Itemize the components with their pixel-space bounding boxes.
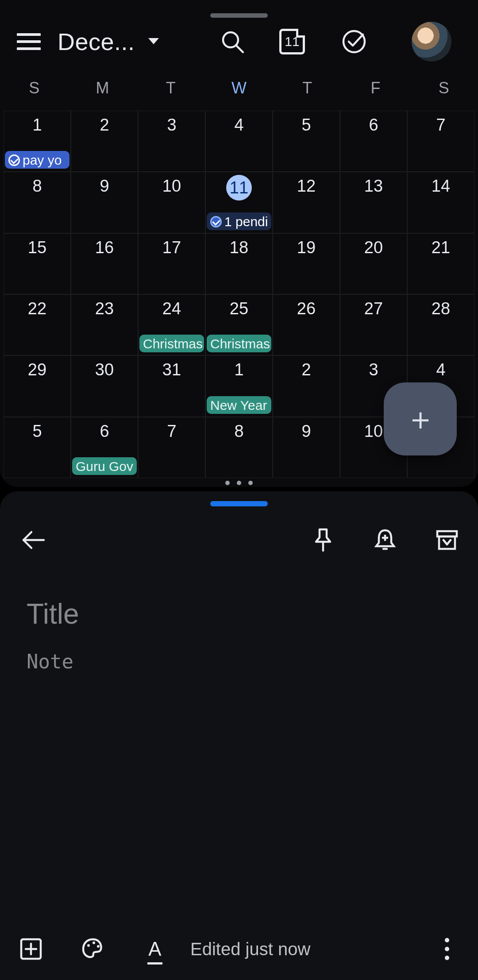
day-number: 13 bbox=[364, 177, 383, 196]
day-cell[interactable]: 9 bbox=[273, 417, 340, 478]
calendar-today-icon: 11 bbox=[279, 29, 305, 54]
palette-button[interactable] bbox=[62, 937, 124, 961]
hamburger-icon bbox=[17, 33, 41, 50]
event-chip[interactable]: New Year bbox=[207, 396, 271, 414]
day-cell[interactable]: 30 bbox=[71, 355, 138, 417]
day-cell[interactable]: 13 bbox=[340, 172, 407, 233]
day-number: 29 bbox=[28, 360, 46, 379]
text-format-icon: A bbox=[148, 938, 161, 960]
pin-icon bbox=[313, 528, 333, 552]
day-cell[interactable]: 6Guru Gov bbox=[71, 417, 138, 478]
day-cell[interactable]: 29 bbox=[4, 355, 71, 417]
day-number: 15 bbox=[28, 238, 46, 257]
day-cell[interactable]: 19 bbox=[273, 233, 340, 294]
day-cell[interactable]: 6 bbox=[340, 111, 407, 172]
month-picker[interactable]: Dece... bbox=[58, 28, 204, 55]
day-number: 3 bbox=[167, 116, 176, 135]
back-button[interactable] bbox=[0, 529, 66, 551]
kebab-icon bbox=[445, 938, 449, 960]
notes-app: A Edited just now bbox=[0, 491, 478, 980]
day-cell[interactable]: 7 bbox=[407, 111, 474, 172]
avatar-icon bbox=[412, 22, 451, 62]
add-box-icon bbox=[19, 938, 42, 961]
pin-button[interactable] bbox=[292, 528, 354, 552]
day-cell[interactable]: 14 bbox=[407, 172, 474, 233]
weekday-header: SMTWTFS bbox=[0, 79, 478, 110]
weekday-label: T bbox=[273, 79, 341, 110]
day-cell[interactable]: 9 bbox=[71, 172, 138, 233]
day-cell[interactable]: 3 bbox=[138, 111, 205, 172]
day-cell[interactable]: 2 bbox=[273, 355, 340, 417]
day-cell[interactable]: 23 bbox=[71, 294, 138, 355]
svg-point-19 bbox=[97, 945, 100, 948]
day-cell[interactable]: 18 bbox=[205, 233, 273, 294]
account-button[interactable] bbox=[385, 22, 478, 62]
day-cell[interactable]: 10 bbox=[138, 172, 205, 233]
svg-marker-3 bbox=[148, 38, 159, 44]
task-check-icon bbox=[210, 216, 222, 228]
day-number: 19 bbox=[297, 238, 316, 257]
day-cell[interactable]: 15 bbox=[4, 233, 71, 294]
day-number: 1 bbox=[234, 360, 243, 379]
day-cell[interactable]: 16 bbox=[71, 233, 138, 294]
day-cell[interactable]: 20 bbox=[340, 233, 407, 294]
split-handle-top[interactable] bbox=[210, 13, 268, 18]
day-cell[interactable]: 21 bbox=[407, 233, 474, 294]
day-number: 4 bbox=[234, 116, 243, 135]
text-format-button[interactable]: A bbox=[124, 938, 186, 960]
day-number: 1 bbox=[32, 116, 42, 135]
more-button[interactable] bbox=[416, 938, 478, 960]
event-chip[interactable]: Christmas bbox=[139, 335, 204, 352]
day-number: 6 bbox=[369, 116, 378, 135]
calendar-toolbar: Dece... 11 bbox=[0, 19, 478, 64]
jump-to-today-button[interactable]: 11 bbox=[261, 29, 323, 54]
day-cell[interactable]: 31 bbox=[138, 355, 205, 417]
create-event-fab[interactable]: ＋ bbox=[384, 382, 457, 455]
weekday-label: T bbox=[137, 79, 205, 110]
day-cell[interactable]: 111 pendi bbox=[205, 172, 273, 233]
note-title-input[interactable] bbox=[27, 598, 451, 630]
check-circle-icon bbox=[342, 29, 366, 54]
event-chip[interactable]: Christmas bbox=[207, 335, 271, 352]
event-chip[interactable]: 1 pendi bbox=[207, 212, 271, 230]
day-cell[interactable]: 8 bbox=[205, 417, 273, 478]
day-number: 4 bbox=[436, 360, 445, 379]
day-number: 5 bbox=[301, 116, 311, 135]
day-cell[interactable]: 27 bbox=[340, 294, 407, 355]
day-number: 7 bbox=[436, 116, 445, 135]
tasks-button[interactable] bbox=[323, 29, 385, 54]
day-cell[interactable]: 25Christmas bbox=[205, 294, 273, 355]
day-cell[interactable]: 2 bbox=[71, 111, 138, 172]
search-button[interactable] bbox=[204, 30, 261, 53]
day-number: 10 bbox=[162, 177, 181, 196]
day-cell[interactable]: 5 bbox=[4, 417, 71, 478]
day-number: 31 bbox=[162, 360, 181, 379]
day-cell[interactable]: 4 bbox=[205, 111, 273, 172]
day-cell[interactable]: 22 bbox=[4, 294, 71, 355]
menu-button[interactable] bbox=[0, 33, 58, 50]
day-cell[interactable]: 12 bbox=[273, 172, 340, 233]
day-cell[interactable]: 24Christmas bbox=[138, 294, 205, 355]
event-chip[interactable]: Guru Gov bbox=[72, 457, 137, 475]
day-cell[interactable]: 17 bbox=[138, 233, 205, 294]
day-cell[interactable]: 26 bbox=[273, 294, 340, 355]
day-number: 26 bbox=[297, 299, 316, 318]
split-handle-bottom[interactable] bbox=[210, 501, 268, 506]
archive-button[interactable] bbox=[416, 529, 478, 551]
note-body-input[interactable] bbox=[27, 650, 451, 673]
day-number: 9 bbox=[301, 422, 311, 441]
day-cell[interactable]: 1pay yo bbox=[4, 111, 71, 172]
add-content-button[interactable] bbox=[0, 938, 62, 961]
day-cell[interactable]: 7 bbox=[138, 417, 205, 478]
chevron-down-icon bbox=[148, 38, 159, 45]
day-cell[interactable]: 1New Year bbox=[205, 355, 273, 417]
archive-icon bbox=[436, 529, 459, 551]
edit-status: Edited just now bbox=[186, 939, 416, 959]
reminder-button[interactable] bbox=[354, 528, 416, 552]
day-cell[interactable]: 5 bbox=[273, 111, 340, 172]
day-cell[interactable]: 8 bbox=[4, 172, 71, 233]
event-chip[interactable]: pay yo bbox=[5, 151, 69, 169]
day-number: 11 bbox=[226, 175, 252, 201]
event-chip-label: New Year bbox=[210, 398, 267, 413]
day-cell[interactable]: 28 bbox=[407, 294, 474, 355]
